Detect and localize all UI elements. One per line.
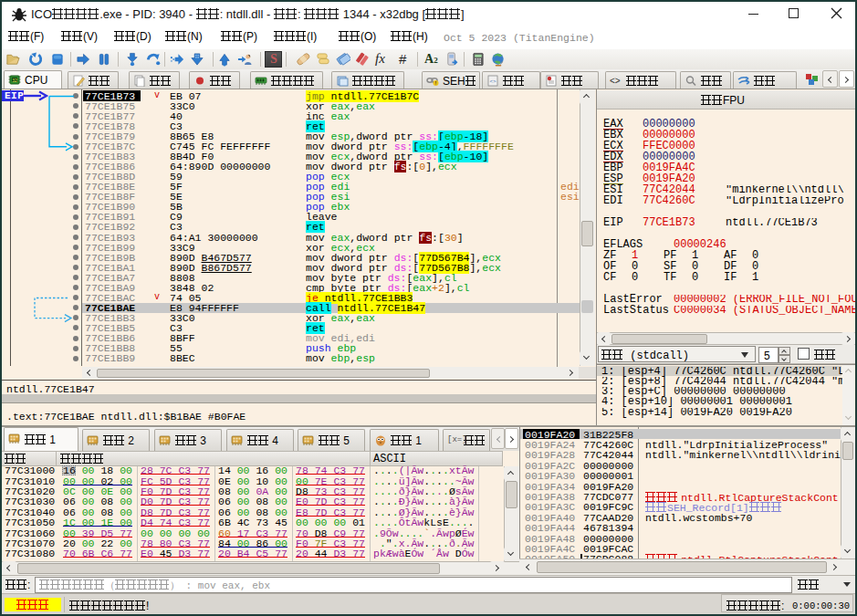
svg-text:<>: <>: [489, 78, 496, 84]
svg-text:32: 32: [12, 78, 17, 83]
